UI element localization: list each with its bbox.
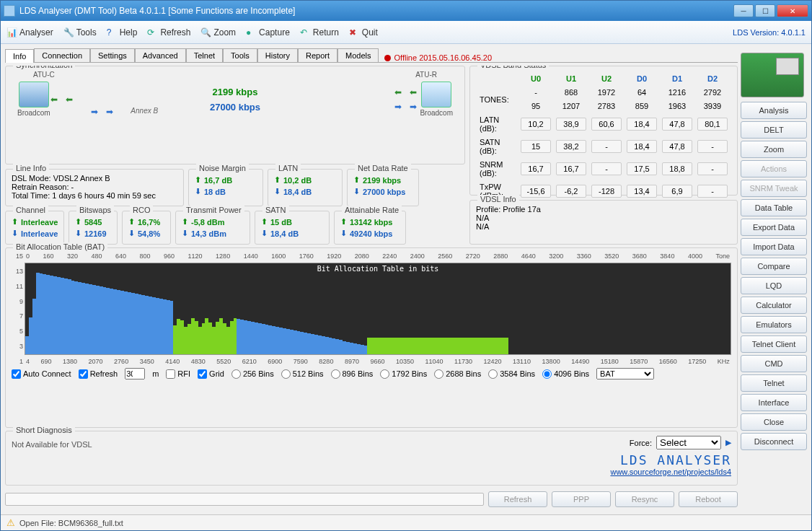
- help-icon: ?: [107, 27, 117, 38]
- telnet-button[interactable]: Telnet: [741, 374, 807, 392]
- cmd-button[interactable]: CMD: [741, 355, 807, 372]
- noise-margin-group: Noise Margin⬆16,7 dB⬇18 dB: [188, 169, 263, 206]
- tab-bar: InfoConnectionSettingsAdvancedTelnetTool…: [5, 48, 738, 63]
- bins-896[interactable]: 896 Bins: [331, 369, 374, 379]
- netrate-group: Net Data Rate⬆2199 kbps⬇27000 kbps: [347, 169, 419, 206]
- zoom-button[interactable]: 🔍Zoom: [200, 27, 236, 38]
- band-table: U0U1U2D0D1D2TONES:-868197264121627929512…: [476, 71, 731, 203]
- export-data-button[interactable]: Export Data: [741, 219, 807, 236]
- rfi-checkbox[interactable]: RFI: [166, 369, 190, 379]
- app-icon: [4, 5, 15, 17]
- latn-group: LATN⬆10,2 dB⬇18,4 dB: [268, 169, 343, 206]
- toolbar: 📊Analyser 🔧Tools ?Help ⟳Refresh 🔍Zoom ●C…: [1, 21, 811, 44]
- grid-checkbox[interactable]: Grid: [198, 369, 224, 379]
- atuc-device: Broadcom: [17, 82, 50, 117]
- tab-advanced[interactable]: Advanced: [135, 48, 186, 62]
- channel-group: Channel⬆Interleave⬇Interleave: [5, 211, 64, 245]
- minimize-button[interactable]: ─: [733, 4, 754, 17]
- txpw-group: Transmit Power⬆-5,8 dBm⬇14,3 dBm: [175, 211, 250, 245]
- delt-button[interactable]: DELT: [741, 121, 807, 139]
- side-panel: AnalysisDELTZoomActionsSNRM TweakData Ta…: [741, 48, 807, 510]
- bins-2688[interactable]: 2688 Bins: [434, 369, 481, 379]
- satn-group: SATN⬆15 dB⬇18,4 dB: [255, 211, 330, 245]
- telnet-client-button[interactable]: Telnet Client: [741, 335, 807, 353]
- bins-512[interactable]: 512 Bins: [281, 369, 324, 379]
- disconnect-button[interactable]: Disconnect: [741, 433, 807, 450]
- bins-3584[interactable]: 3584 Bins: [488, 369, 535, 379]
- capture-button[interactable]: ●Capture: [246, 27, 290, 38]
- interface-button[interactable]: Interface: [741, 394, 807, 411]
- calculator-button[interactable]: Calculator: [741, 297, 807, 314]
- tools-menu[interactable]: 🔧Tools: [63, 27, 97, 38]
- data-table-button[interactable]: Data Table: [741, 199, 807, 216]
- zoom-icon: 🔍: [200, 27, 211, 38]
- rco-group: RCO⬆16,7%⬇54,8%: [122, 211, 171, 245]
- close-button[interactable]: Close: [741, 413, 807, 431]
- up-arrows-left-icon: ⬅ ⬅: [50, 95, 76, 105]
- tab-settings[interactable]: Settings: [90, 48, 135, 62]
- upstream-rate: 2199 kbps: [76, 87, 394, 97]
- bins-1792[interactable]: 1792 Bins: [380, 369, 427, 379]
- tab-history[interactable]: History: [257, 48, 298, 62]
- refresh-button[interactable]: Refresh: [488, 491, 547, 507]
- sourceforge-link[interactable]: www.sourceforge.net/projects/lds4: [610, 468, 731, 476]
- tab-models[interactable]: Models: [337, 48, 379, 62]
- close-button[interactable]: ✕: [777, 4, 808, 17]
- footer-row: RefreshPPPResyncReboot: [5, 488, 738, 510]
- router-icon: [421, 82, 451, 107]
- pcb-image: [741, 53, 804, 97]
- lqd-button[interactable]: LQD: [741, 277, 807, 294]
- up-arrows-right-icon: ⬅ ⬅: [394, 87, 420, 97]
- analyser-icon: 📊: [6, 27, 17, 38]
- refresh-button[interactable]: ⟳Refresh: [147, 27, 190, 38]
- quit-button[interactable]: ✖Quit: [349, 27, 378, 38]
- zoom-button[interactable]: Zoom: [741, 141, 807, 158]
- tab-report[interactable]: Report: [298, 48, 337, 62]
- maximize-button[interactable]: ☐: [755, 4, 775, 17]
- tab-connection[interactable]: Connection: [34, 48, 90, 62]
- snrm-tweak-button[interactable]: SNRM Tweak: [741, 180, 807, 197]
- status-text: Open File: BCM96368_full.txt: [19, 519, 123, 527]
- compare-button[interactable]: Compare: [741, 258, 807, 275]
- resync-button[interactable]: Resync: [615, 491, 674, 507]
- play-icon[interactable]: ▶: [725, 438, 731, 447]
- analysis-button[interactable]: Analysis: [741, 102, 807, 119]
- bins-4096[interactable]: 4096 Bins: [542, 369, 589, 379]
- tab-telnet[interactable]: Telnet: [186, 48, 223, 62]
- import-data-button[interactable]: Import Data: [741, 238, 807, 255]
- bat-chart[interactable]: Bit Allocation Table in bits: [25, 263, 731, 355]
- pc-icon: [19, 82, 49, 107]
- band-status-group: VDSL Band Status U0U1U2D0D1D2TONES:-8681…: [469, 66, 738, 196]
- bins-256[interactable]: 256 Bins: [231, 369, 274, 379]
- actions-button[interactable]: Actions: [741, 160, 807, 177]
- app-window: LDS Analyser (DMT Tool) Beta 4.0.1.1 [So…: [0, 0, 812, 531]
- refresh-checkbox[interactable]: Refresh: [79, 369, 118, 379]
- capture-icon: ●: [246, 27, 256, 38]
- lds-logo: LDS ANALYSER: [610, 452, 731, 468]
- bat-view-select[interactable]: BAT: [596, 368, 654, 379]
- vdsl-info-group: VDSL Info Profile: Profile 17a N/A N/A: [469, 200, 738, 245]
- warning-icon: ⚠: [6, 517, 15, 528]
- help-menu[interactable]: ?Help: [107, 27, 138, 38]
- analyser-menu[interactable]: 📊Analyser: [6, 27, 53, 38]
- force-select[interactable]: Select: [656, 436, 721, 449]
- refresh-interval[interactable]: [125, 368, 145, 379]
- tab-tools[interactable]: Tools: [223, 48, 257, 62]
- ppp-button[interactable]: PPP: [552, 491, 611, 507]
- auto-connect-checkbox[interactable]: Auto Connect: [12, 369, 71, 379]
- refresh-icon: ⟳: [147, 27, 157, 38]
- tab-info[interactable]: Info: [5, 49, 34, 63]
- tools-icon: 🔧: [63, 27, 74, 38]
- down-arrows-left-icon: ➡ ➡: [91, 107, 116, 117]
- emulators-button[interactable]: Emulators: [741, 316, 807, 333]
- bat-controls: Auto Connect Refresh m RFI Grid 256 Bins…: [12, 365, 731, 379]
- statusbar: ⚠ Open File: BCM96368_full.txt: [1, 514, 811, 530]
- arrow-up-icon: ⬆: [195, 175, 201, 185]
- reboot-button[interactable]: Reboot: [679, 491, 738, 507]
- arrow-down-icon: ⬇: [195, 187, 201, 196]
- progress-bar: [5, 493, 484, 506]
- sync-group: Synchronization ATU-CATU-R Broadcom ⬅ ⬅ …: [5, 66, 465, 164]
- atur-device: Broadcom: [420, 82, 453, 117]
- downstream-rate: 27000 kbps: [76, 102, 394, 113]
- return-button[interactable]: ↶Return: [300, 27, 339, 38]
